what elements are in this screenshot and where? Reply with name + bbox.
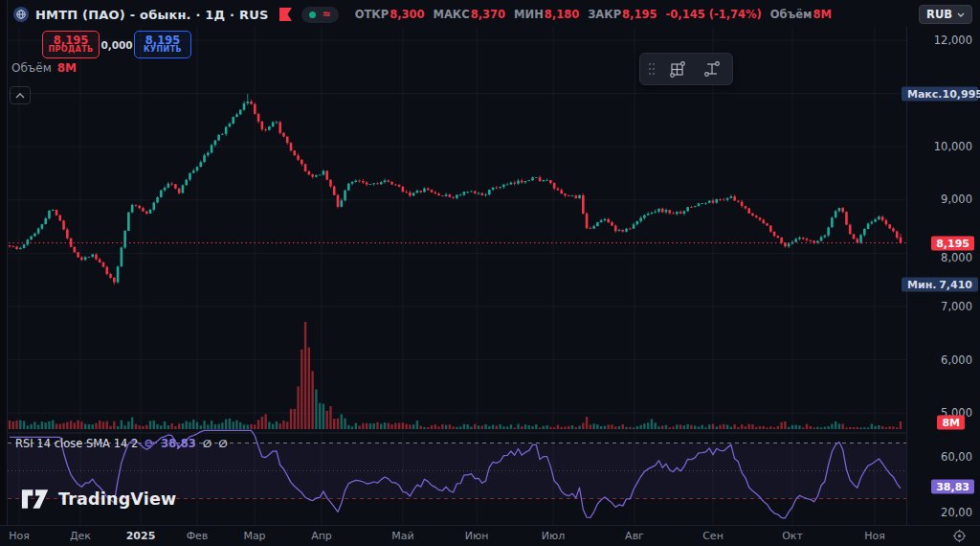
chevron-down-icon bbox=[957, 12, 965, 17]
green-dot-icon bbox=[309, 11, 316, 18]
time-axis-month-label: Апр bbox=[311, 530, 332, 542]
currency-label: RUB bbox=[926, 8, 952, 21]
currency-button[interactable]: RUB bbox=[919, 5, 972, 24]
loading-spinner-icon: ⟳ bbox=[145, 437, 154, 450]
tradingview-logo-icon bbox=[21, 487, 50, 512]
left-panel-edge bbox=[0, 0, 8, 546]
time-axis-year-label: 2025 bbox=[126, 530, 156, 542]
volume-label: Объём bbox=[770, 8, 813, 21]
rsi-legend-title: RSI 14 close SMA 14 2 bbox=[15, 437, 138, 450]
open-label: ОТКР bbox=[355, 8, 389, 21]
price-range-tool-icon[interactable] bbox=[665, 57, 690, 81]
time-axis[interactable]: НояДек2025ФевМарАпрМайИюнИюлАвгСенОктНоя bbox=[0, 525, 980, 546]
ohlc-values: ОТКР8,300 МАКС8,370 МИН8,180 ЗАКР8,195 -… bbox=[355, 8, 832, 21]
price-change: -0,145 (-1,74%) bbox=[665, 8, 761, 21]
volume-legend-label: Объём bbox=[11, 61, 52, 75]
volume-badge: 8M bbox=[937, 416, 965, 430]
time-axis-month-label: Фев bbox=[187, 530, 209, 542]
price-axis-tick: 12,000 bbox=[934, 34, 972, 47]
chevron-up-icon bbox=[15, 93, 25, 99]
price-axis-tick: 7,000 bbox=[941, 300, 972, 313]
exchange-logo-icon bbox=[13, 7, 29, 22]
red-equals-icon: ≈ bbox=[322, 10, 330, 19]
close-label: ЗАКР bbox=[588, 8, 621, 21]
rsi-legend-value: 38,83 bbox=[161, 437, 195, 450]
spread-value: 0,000 bbox=[100, 39, 134, 51]
price-axis-tick: 6,000 bbox=[941, 353, 972, 367]
buy-button[interactable]: 8,195 КУПИТЬ bbox=[134, 31, 191, 58]
chart-header: НМТП (ПАО) - обыкн. · 1Д · RUS ≈ ОТКР8,3… bbox=[13, 4, 832, 25]
volume-legend-value: 8M bbox=[57, 61, 77, 75]
volume-value: 8M bbox=[813, 8, 831, 21]
time-axis-month-label: Июн bbox=[465, 530, 489, 542]
rsi-sma2-empty-value: ∅ bbox=[218, 438, 227, 450]
time-axis-month-label: Сен bbox=[702, 530, 724, 542]
flag-icon[interactable] bbox=[278, 8, 293, 21]
time-axis-month-label: Дек bbox=[70, 530, 91, 542]
price-axis[interactable]: 12,000Макс.10,99510,0009,0008,1958,000Ми… bbox=[906, 27, 980, 525]
bid-ask-toggle[interactable]: ≈ bbox=[301, 7, 338, 23]
time-axis-month-label: Ноя bbox=[864, 530, 885, 542]
settings-gear-icon[interactable] bbox=[952, 529, 967, 543]
high-label: МАКС bbox=[434, 8, 470, 21]
symbol-title[interactable]: НМТП (ПАО) - обыкн. · 1Д · RUS bbox=[35, 8, 268, 22]
sell-button[interactable]: 8,195 ПРОДАТЬ bbox=[42, 31, 100, 58]
low-label: МИН bbox=[514, 8, 544, 21]
price-axis-tick: 10,000 bbox=[934, 140, 972, 153]
low-value: 8,180 bbox=[545, 8, 579, 21]
chart-canvas[interactable] bbox=[0, 27, 906, 546]
open-value: 8,300 bbox=[390, 8, 424, 21]
buy-label: КУПИТЬ bbox=[144, 46, 182, 54]
time-axis-month-label: Ноя bbox=[9, 530, 30, 542]
high-value: 8,370 bbox=[471, 8, 505, 21]
last-price-badge: 8,195 bbox=[931, 237, 974, 251]
time-axis-month-label: Мар bbox=[243, 530, 265, 542]
sell-label: ПРОДАТЬ bbox=[48, 46, 93, 54]
trade-panel: 8,195 ПРОДАТЬ 0,000 8,195 КУПИТЬ bbox=[42, 31, 191, 58]
time-axis-month-label: Май bbox=[391, 530, 413, 542]
floating-toolbar bbox=[639, 53, 733, 85]
price-axis-tick: 8,000 bbox=[941, 251, 972, 264]
close-value: 8,195 bbox=[622, 8, 657, 21]
watermark-text: TradingView bbox=[58, 489, 176, 509]
time-axis-month-label: Окт bbox=[782, 530, 803, 542]
rsi-value-badge: 38,83 bbox=[931, 480, 974, 494]
range-price-badge: Мин.7,410 bbox=[902, 278, 978, 292]
volume-legend[interactable]: Объём 8M bbox=[11, 61, 77, 75]
time-axis-month-label: Июл bbox=[542, 530, 566, 542]
date-range-tool-icon[interactable] bbox=[700, 57, 724, 81]
time-axis-month-label: Авг bbox=[625, 530, 644, 542]
price-axis-tick: 9,000 bbox=[941, 193, 972, 206]
range-price-badge: Макс.10,995 bbox=[902, 87, 978, 102]
collapse-pane-button[interactable] bbox=[10, 86, 31, 104]
price-axis-tick: 60,00 bbox=[941, 450, 972, 464]
rsi-sma1-empty-value: ∅ bbox=[203, 438, 212, 450]
drag-handle-icon[interactable] bbox=[648, 62, 656, 76]
tradingview-watermark[interactable]: TradingView bbox=[21, 487, 176, 512]
price-axis-tick: 20,00 bbox=[941, 506, 972, 519]
rsi-indicator-legend[interactable]: RSI 14 close SMA 14 2 ⟳ 38,83 ∅ ∅ bbox=[15, 437, 228, 450]
tradingview-chart-window: НМТП (ПАО) - обыкн. · 1Д · RUS ≈ ОТКР8,3… bbox=[0, 0, 980, 546]
